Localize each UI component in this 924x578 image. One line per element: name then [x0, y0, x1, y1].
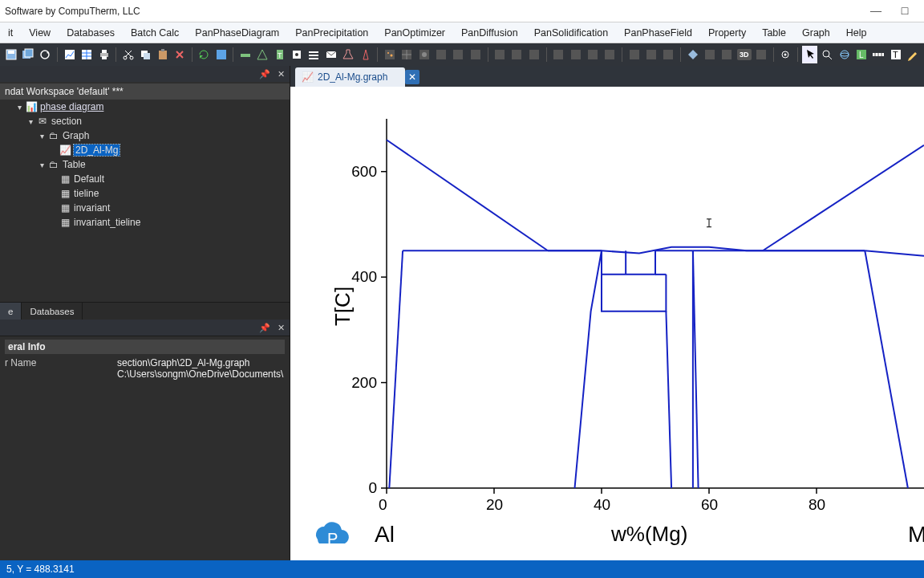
sol2-icon[interactable]: [568, 46, 583, 63]
paste-icon[interactable]: [155, 46, 170, 63]
table-icon: ▦: [59, 202, 71, 214]
pointer-icon[interactable]: [802, 46, 817, 63]
expander-icon[interactable]: ▾: [37, 131, 47, 140]
diff1-icon[interactable]: [492, 46, 507, 63]
prop4-icon[interactable]: [754, 46, 769, 63]
close-panel-icon[interactable]: ✕: [274, 321, 288, 334]
node-section[interactable]: ▾ ✉ section: [0, 114, 290, 128]
menu-pansolidification[interactable]: PanSolidification: [526, 22, 616, 43]
workspace-tree[interactable]: ndat Workspace 'default' *** ▾ 📊 phase d…: [0, 82, 290, 302]
menu-panphasediagram[interactable]: PanPhaseDiagram: [187, 22, 287, 43]
close-tab-icon[interactable]: ✕: [405, 70, 419, 84]
new-table-icon[interactable]: [79, 46, 94, 63]
isopleth-icon[interactable]: [255, 46, 270, 63]
saveall-icon[interactable]: [20, 46, 35, 63]
prop3-icon[interactable]: [719, 46, 735, 63]
workspace-header: ndat Workspace 'default' ***: [0, 83, 290, 100]
expander-icon[interactable]: ▾: [26, 116, 35, 126]
section-icon[interactable]: [237, 46, 253, 63]
pf3-icon[interactable]: [661, 46, 676, 63]
pf2-icon[interactable]: [643, 46, 659, 63]
table-icon: ▦: [59, 188, 71, 199]
tab-workspace[interactable]: e: [0, 303, 22, 320]
svg-rect-49: [646, 50, 656, 59]
prop1-icon[interactable]: [685, 46, 700, 63]
svg-rect-43: [529, 50, 539, 59]
grid4-icon[interactable]: [451, 46, 466, 63]
node-phase-diagram[interactable]: ▾ 📊 phase diagram: [0, 100, 290, 114]
sol1-icon[interactable]: [550, 46, 565, 63]
menu-graph[interactable]: Graph: [794, 22, 838, 43]
refresh-icon[interactable]: [38, 46, 53, 63]
grid3-icon[interactable]: [433, 46, 448, 63]
menu-view[interactable]: View: [21, 22, 59, 43]
info-title: eral Info: [5, 340, 285, 354]
menu-pandiffusion[interactable]: PanDiffusion: [453, 22, 526, 43]
gear-icon[interactable]: [778, 46, 793, 63]
menu-panprecipitation[interactable]: PanPrecipitation: [287, 22, 376, 43]
menu-table[interactable]: Table: [754, 22, 794, 43]
menu-edit[interactable]: it: [0, 22, 21, 43]
ytick-label: 0: [337, 479, 377, 497]
maximize-button[interactable]: □: [890, 0, 919, 22]
delete-icon[interactable]: [172, 46, 187, 63]
node-table-tieline[interactable]: ▦ tieline: [0, 186, 290, 201]
ppt-icon[interactable]: [382, 46, 397, 63]
close-panel-icon[interactable]: ✕: [274, 67, 288, 80]
doc-tab-graph[interactable]: 📈 2D_Al-Mg.graph ✕: [295, 67, 405, 87]
new-chart-icon[interactable]: [62, 46, 77, 63]
flask-icon[interactable]: [341, 46, 356, 63]
chart-surface[interactable]: 0204060800200400600T[C]w%(Mg)AlM P: [290, 87, 924, 560]
menu-panphasefield[interactable]: PanPhaseField: [616, 22, 700, 43]
node-graph[interactable]: ▾ 🗀 Graph: [0, 128, 290, 143]
svg-rect-12: [102, 56, 107, 59]
expander-icon[interactable]: ▾: [37, 160, 47, 169]
menu-databases[interactable]: Databases: [59, 22, 123, 43]
grid5-icon[interactable]: [468, 46, 483, 63]
sol4-icon[interactable]: [602, 46, 618, 63]
grid1-icon[interactable]: [399, 46, 415, 63]
menu-property[interactable]: Property: [700, 22, 754, 43]
zoom-icon[interactable]: [819, 46, 834, 63]
cut-icon[interactable]: [120, 46, 136, 63]
minimize-button[interactable]: —: [861, 0, 890, 22]
mail-icon[interactable]: [323, 46, 338, 63]
diff3-icon[interactable]: [526, 46, 541, 63]
prop2-icon[interactable]: [702, 46, 717, 63]
menu-batchcalc[interactable]: Batch Calc: [123, 22, 187, 43]
node-graph-item[interactable]: 📈 2D_Al-Mg: [0, 143, 290, 157]
node-table[interactable]: ▾ 🗀 Table: [0, 157, 290, 172]
xtick-label: 80: [808, 496, 825, 514]
3d-icon[interactable]: 3D: [736, 46, 752, 63]
save-icon[interactable]: [3, 46, 18, 63]
pencil-icon[interactable]: [905, 46, 920, 63]
db-reload-icon[interactable]: [197, 46, 212, 63]
expander-icon[interactable]: ▾: [14, 102, 24, 112]
compass-icon[interactable]: [358, 46, 373, 63]
svg-rect-42: [512, 50, 521, 59]
node-table-invtieline[interactable]: ▦ invariant_tieline: [0, 215, 290, 230]
print-icon[interactable]: [96, 46, 111, 63]
tprop-icon[interactable]: T: [272, 46, 287, 63]
bars-icon[interactable]: [306, 46, 322, 63]
text-t-icon[interactable]: T: [888, 46, 903, 63]
grid2-icon[interactable]: [416, 46, 432, 63]
pf1-icon[interactable]: [626, 46, 642, 63]
tab-databases[interactable]: Databases: [22, 303, 83, 320]
svg-line-58: [829, 56, 832, 59]
sol3-icon[interactable]: [585, 46, 600, 63]
label-l-icon[interactable]: L: [853, 46, 869, 63]
xtick-label: 40: [594, 496, 610, 514]
node-table-invariant[interactable]: ▦ invariant: [0, 201, 290, 215]
menu-help[interactable]: Help: [838, 22, 875, 43]
diff2-icon[interactable]: [509, 46, 525, 63]
copy-icon[interactable]: [137, 46, 152, 63]
pin-icon[interactable]: 📌: [257, 67, 272, 80]
pin-icon[interactable]: 📌: [257, 321, 272, 334]
square-dot-icon[interactable]: [289, 46, 304, 63]
ruler-icon[interactable]: [871, 46, 886, 63]
node-table-default[interactable]: ▦ Default: [0, 172, 290, 186]
menu-panoptimizer[interactable]: PanOptimizer: [376, 22, 453, 43]
globe-icon[interactable]: [837, 46, 852, 63]
db-edit-icon[interactable]: [213, 46, 229, 63]
